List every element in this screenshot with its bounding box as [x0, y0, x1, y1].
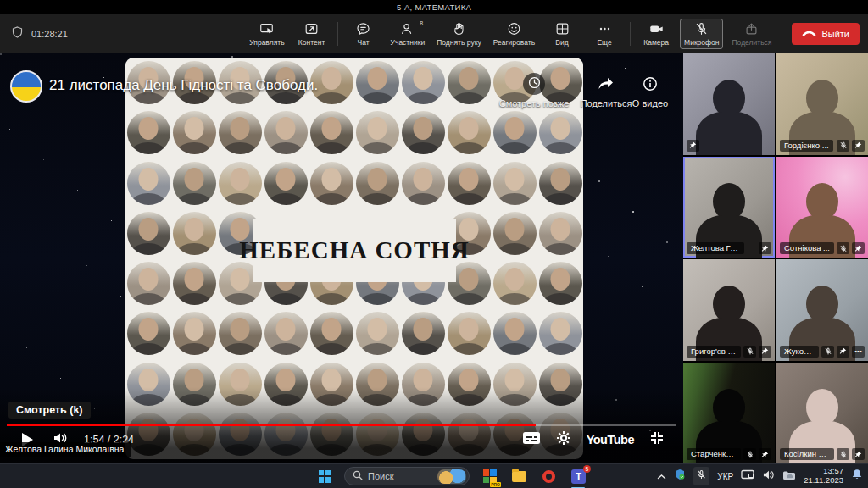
participant-name-label: Сотнікова ... [780, 242, 834, 254]
mic-muted-icon [693, 21, 709, 36]
manage-button[interactable]: Управлять [246, 19, 287, 48]
memorial-portrait [173, 111, 216, 154]
participant-tile-1[interactable] [683, 53, 775, 155]
memorial-portrait [173, 262, 216, 305]
taskbar-file-explorer[interactable] [509, 467, 529, 486]
language-indicator[interactable]: УКР [717, 472, 733, 481]
youtube-logo[interactable]: YouTube [587, 433, 634, 446]
leave-button[interactable]: Выйти [792, 23, 860, 45]
meeting-timer: 01:28:21 [31, 29, 68, 39]
participant-tile-6[interactable]: Жукова...••• [776, 259, 868, 361]
seek-tooltip: Смотреть (k) [8, 402, 91, 419]
memorial-portrait [173, 312, 216, 355]
more-button[interactable]: Еще [586, 19, 623, 48]
camera-button[interactable]: Камера [637, 19, 675, 48]
memorial-portrait [493, 162, 537, 205]
memorial-portrait [127, 262, 170, 305]
video-progress-bar[interactable] [7, 424, 676, 426]
participant-name-label: Косілкин Ки... [780, 448, 834, 460]
taskbar-clock[interactable]: 13:57 21.11.2023 [804, 467, 843, 485]
memorial-portrait [127, 312, 170, 355]
participant-tile-4[interactable]: Сотнікова ... [776, 157, 868, 258]
memorial-portrait [402, 111, 445, 154]
memorial-portrait [127, 162, 170, 205]
display-cast-icon[interactable] [741, 469, 754, 484]
taskbar-opera[interactable] [539, 467, 559, 486]
pin-icon [759, 448, 771, 460]
participant-tile-3[interactable]: Желтова Галина... [683, 157, 775, 258]
taskbar-teams[interactable]: T 5 [569, 467, 588, 486]
star-dot [77, 190, 78, 191]
participant-tile-2[interactable]: Гордієнко ... [776, 53, 868, 155]
onedrive-folder-icon[interactable] [782, 469, 796, 484]
participant-tile-5[interactable]: Григор'єв Б... [683, 259, 775, 361]
info-icon [643, 73, 658, 95]
star-dot [642, 286, 643, 287]
notification-bell-icon[interactable] [851, 469, 863, 484]
security-shield-icon[interactable] [674, 469, 686, 484]
settings-gear-icon[interactable] [556, 430, 571, 449]
star-dot [53, 235, 53, 236]
start-button[interactable] [315, 467, 334, 485]
memorial-portrait [448, 312, 491, 355]
memorial-portrait [539, 312, 582, 355]
participants-button[interactable]: 8 Участники [387, 19, 429, 48]
raise-hand-button[interactable]: Поднять руку [433, 19, 485, 48]
chat-button[interactable]: Чат [345, 19, 382, 48]
content-button[interactable]: Контент [293, 19, 331, 48]
mic-muted-icon [837, 140, 849, 152]
react-button[interactable]: Реагировать [490, 19, 538, 48]
screen-share-icon [259, 21, 275, 36]
taskbar-microsoft-365[interactable]: PRO [480, 467, 499, 486]
clock-icon [528, 76, 541, 92]
subtitles-icon[interactable] [522, 431, 541, 448]
memorial-portrait [402, 312, 445, 355]
pin-icon [852, 242, 865, 254]
star-dot [608, 256, 609, 257]
share-tray-button[interactable]: Поделиться [728, 19, 775, 48]
search-highlight-thumbnail[interactable] [437, 469, 466, 484]
fullscreen-icon[interactable] [649, 430, 665, 449]
watch-later-button[interactable]: Смотреть позже [490, 73, 578, 108]
tray-mic-muted-icon[interactable] [693, 467, 709, 485]
about-video-button[interactable]: О видео [627, 73, 673, 108]
memorial-portrait [493, 111, 537, 154]
video-progress-fill [7, 424, 536, 426]
star-dot [86, 265, 87, 266]
tray-chevron-icon[interactable] [657, 469, 666, 484]
memorial-portrait [402, 162, 445, 205]
meeting-title: 5-А, МАТЕМАТИКА [397, 3, 471, 12]
star-dot [598, 180, 600, 182]
chat-icon [355, 21, 371, 36]
search-input[interactable]: Поиск [344, 467, 470, 485]
mic-button[interactable]: Микрофон [680, 19, 723, 49]
star-dot [9, 129, 10, 130]
memorial-portrait [448, 162, 491, 205]
participant-tile-8[interactable]: Косілкин Ки... [776, 363, 868, 464]
memorial-portrait [310, 162, 353, 205]
star-dot [632, 211, 634, 213]
ellipsis-icon [597, 21, 613, 36]
teams-meeting-window: 5-А, МАТЕМАТИКА 01:28:21 Управлять Конте… [0, 0, 868, 488]
memorial-portrait [219, 312, 262, 355]
meeting-toolbar: 01:28:21 Управлять Контент Чат 8 Участни… [0, 14, 868, 53]
opera-icon [542, 470, 555, 483]
smiley-icon [506, 21, 522, 36]
memorial-portrait [356, 162, 399, 205]
hangup-icon [802, 28, 816, 40]
tile-more-icon[interactable]: ••• [852, 346, 865, 358]
pin-icon [759, 346, 771, 358]
memorial-portrait [127, 111, 170, 154]
memorial-portrait [356, 312, 399, 355]
channel-avatar[interactable] [10, 70, 42, 103]
speaker-icon[interactable] [762, 469, 775, 484]
memorial-portrait [173, 162, 216, 205]
content-share-icon [303, 21, 320, 36]
star-dot [26, 347, 27, 348]
view-grid-icon [554, 21, 570, 36]
camera-icon [648, 21, 665, 36]
pin-icon [852, 140, 865, 152]
view-button[interactable]: Вид [543, 19, 581, 48]
participant-tile-7[interactable]: Старченко ... [683, 363, 775, 464]
shared-screen-stage: НЕБЕСНА СОТНЯ 21 листопада День Гідності… [0, 53, 683, 463]
